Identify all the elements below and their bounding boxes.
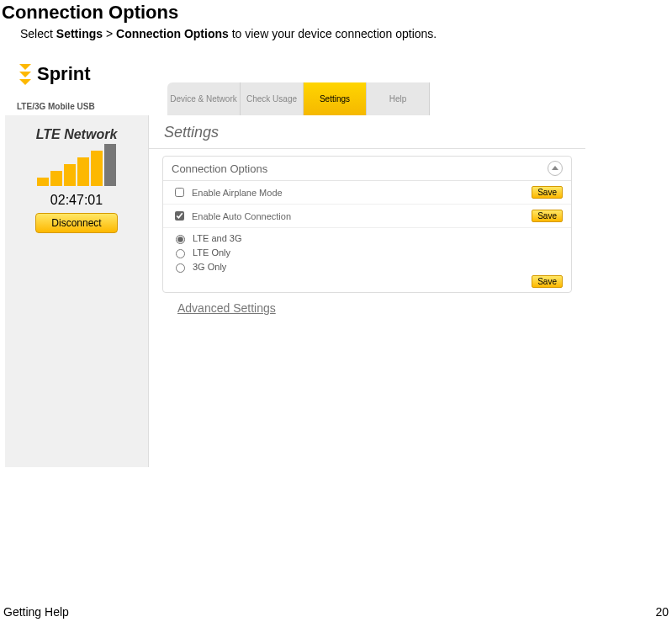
radio-lte-and-3g[interactable] <box>176 235 185 244</box>
footer-page-number: 20 <box>655 605 669 619</box>
instr-pre: Select <box>20 27 56 40</box>
tab-help[interactable]: Help <box>367 82 430 115</box>
signal-bar-2 <box>50 171 62 186</box>
page-title: Connection Options <box>2 2 672 24</box>
app-screenshot: Administrator Password OK (Default passw… <box>5 52 585 467</box>
radio-lte-only[interactable] <box>176 249 185 258</box>
nav-tabs: Device & Network Check Usage Settings He… <box>167 82 430 115</box>
right-panel: Settings Connection Options Enable Airpl… <box>148 115 585 467</box>
tab-device-network[interactable]: Device & Network <box>167 82 241 115</box>
signal-bar-4 <box>77 157 89 186</box>
network-name: LTE Network <box>5 127 148 142</box>
row-auto-connection: Enable Auto Connection Save <box>163 205 571 228</box>
advanced-settings-link[interactable]: Advanced Settings <box>177 301 557 315</box>
pin-icon <box>17 62 34 86</box>
footer-left: Getting Help <box>3 605 69 619</box>
section-title: Connection Options <box>172 162 267 175</box>
instructions: Select Settings > Connection Options to … <box>20 27 672 40</box>
logo-row: Sprint LTE/3G Mobile USB Device & Networ… <box>5 52 585 115</box>
save-auto-button[interactable]: Save <box>532 210 563 222</box>
brand-name: Sprint <box>37 63 91 85</box>
left-panel: LTE Network 02:47:01 Disconnect <box>5 115 148 467</box>
label-lte-only: LTE Only <box>193 247 230 258</box>
page-footer: Getting Help 20 <box>3 605 669 619</box>
instr-settings: Settings <box>56 27 103 40</box>
label-3g-only: 3G Only <box>193 262 226 272</box>
signal-bar-1 <box>37 178 49 186</box>
airplane-mode-checkbox[interactable] <box>175 188 184 197</box>
auto-connection-label: Enable Auto Connection <box>192 211 291 221</box>
row-airplane-mode: Enable Airplane Mode Save <box>163 181 571 205</box>
settings-heading: Settings <box>149 115 585 149</box>
connection-time: 02:47:01 <box>5 193 148 208</box>
signal-bar-off <box>104 144 116 186</box>
collapse-icon[interactable] <box>548 161 563 176</box>
instr-sep: > <box>103 27 116 40</box>
save-mode-button[interactable]: Save <box>532 275 563 288</box>
signal-bars <box>5 147 148 186</box>
tab-check-usage[interactable]: Check Usage <box>241 82 304 115</box>
instr-post: to view your device connection options. <box>229 27 437 40</box>
auto-connection-checkbox[interactable] <box>175 211 184 221</box>
signal-bar-5 <box>91 151 103 186</box>
row-network-mode: LTE and 3G LTE Only 3G Only Save <box>163 228 571 292</box>
tab-settings[interactable]: Settings <box>304 82 367 115</box>
instr-connopts: Connection Options <box>116 27 229 40</box>
signal-bar-3 <box>64 164 76 186</box>
disconnect-button[interactable]: Disconnect <box>35 213 118 233</box>
section-header[interactable]: Connection Options <box>163 157 571 181</box>
airplane-mode-label: Enable Airplane Mode <box>192 188 283 198</box>
label-lte-and-3g: LTE and 3G <box>193 233 242 243</box>
device-title: LTE/3G Mobile USB <box>17 102 95 111</box>
connection-options-section: Connection Options Enable Airplane Mode … <box>162 156 572 293</box>
save-airplane-button[interactable]: Save <box>532 186 563 199</box>
radio-3g-only[interactable] <box>176 263 185 273</box>
brand-logo: Sprint <box>17 62 91 86</box>
